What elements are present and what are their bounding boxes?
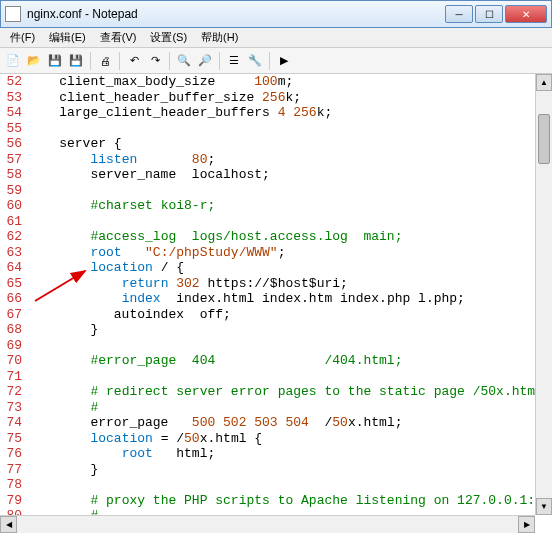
line-number: 60 (0, 198, 22, 214)
line-number: 56 (0, 136, 22, 152)
code-line[interactable]: # proxy the PHP scripts to Apache listen… (28, 493, 552, 509)
code-line[interactable]: #charset koi8-r; (28, 198, 552, 214)
code-line[interactable]: client_max_body_size 100m; (28, 74, 552, 90)
print-icon[interactable]: 🖨 (96, 52, 114, 70)
editor[interactable]: 5253545556575859606162636465666768697071… (0, 74, 552, 517)
code-line[interactable] (28, 338, 552, 354)
code-line[interactable]: # redirect server error pages to the sta… (28, 384, 552, 400)
line-number: 74 (0, 415, 22, 431)
line-number: 58 (0, 167, 22, 183)
toolbar-separator (90, 52, 91, 70)
wrap-icon[interactable]: ☰ (225, 52, 243, 70)
line-number: 66 (0, 291, 22, 307)
code-line[interactable]: root html; (28, 446, 552, 462)
redo-icon[interactable]: ↷ (146, 52, 164, 70)
undo-icon[interactable]: ↶ (125, 52, 143, 70)
titlebar: nginx.conf - Notepad ─ ☐ ✕ (0, 0, 552, 28)
scroll-down-button[interactable]: ▼ (536, 498, 552, 515)
menu-settings[interactable]: 设置(S) (144, 28, 193, 47)
code-line[interactable] (28, 477, 552, 493)
line-number: 54 (0, 105, 22, 121)
save-all-icon[interactable]: 💾 (67, 52, 85, 70)
code-line[interactable] (28, 369, 552, 385)
code-line[interactable]: server { (28, 136, 552, 152)
line-number: 73 (0, 400, 22, 416)
window-title: nginx.conf - Notepad (27, 7, 445, 21)
horizontal-scrollbar[interactable]: ◀ ▶ (0, 515, 535, 533)
zoom-in-icon[interactable]: 🔍 (175, 52, 193, 70)
menu-file[interactable]: 件(F) (4, 28, 41, 47)
menu-help[interactable]: 帮助(H) (195, 28, 244, 47)
code-line[interactable]: root "C:/phpStudy/WWW"; (28, 245, 552, 261)
line-number: 67 (0, 307, 22, 323)
code-line[interactable] (28, 214, 552, 230)
line-number: 65 (0, 276, 22, 292)
code-area[interactable]: client_max_body_size 100m; client_header… (28, 74, 552, 517)
run-icon[interactable]: ▶ (275, 52, 293, 70)
code-line[interactable]: #access_log logs/host.access.log main; (28, 229, 552, 245)
code-line[interactable] (28, 183, 552, 199)
toolbar-separator (219, 52, 220, 70)
code-line[interactable]: listen 80; (28, 152, 552, 168)
scroll-right-button[interactable]: ▶ (518, 516, 535, 533)
line-number: 78 (0, 477, 22, 493)
open-file-icon[interactable]: 📂 (25, 52, 43, 70)
code-line[interactable]: location = /50x.html { (28, 431, 552, 447)
line-number: 53 (0, 90, 22, 106)
toolbar-separator (169, 52, 170, 70)
line-number: 61 (0, 214, 22, 230)
line-gutter: 5253545556575859606162636465666768697071… (0, 74, 28, 517)
line-number: 79 (0, 493, 22, 509)
line-number: 72 (0, 384, 22, 400)
toolbar: 📄 📂 💾 💾 🖨 ↶ ↷ 🔍 🔎 ☰ 🔧 ▶ (0, 48, 552, 74)
line-number: 62 (0, 229, 22, 245)
scroll-left-button[interactable]: ◀ (0, 516, 17, 533)
tool-icon[interactable]: 🔧 (246, 52, 264, 70)
line-number: 75 (0, 431, 22, 447)
code-line[interactable]: } (28, 462, 552, 478)
menu-view[interactable]: 查看(V) (94, 28, 143, 47)
code-line[interactable] (28, 121, 552, 137)
save-icon[interactable]: 💾 (46, 52, 64, 70)
toolbar-separator (119, 52, 120, 70)
line-number: 76 (0, 446, 22, 462)
line-number: 71 (0, 369, 22, 385)
vertical-scrollbar[interactable]: ▲ ▼ (535, 74, 552, 515)
code-line[interactable]: client_header_buffer_size 256k; (28, 90, 552, 106)
scroll-thumb[interactable] (538, 114, 550, 164)
close-button[interactable]: ✕ (505, 5, 547, 23)
menu-edit[interactable]: 编辑(E) (43, 28, 92, 47)
code-line[interactable]: #error_page 404 /404.html; (28, 353, 552, 369)
maximize-button[interactable]: ☐ (475, 5, 503, 23)
code-line[interactable]: error_page 500 502 503 504 /50x.html; (28, 415, 552, 431)
line-number: 70 (0, 353, 22, 369)
window-buttons: ─ ☐ ✕ (445, 5, 547, 23)
minimize-button[interactable]: ─ (445, 5, 473, 23)
line-number: 59 (0, 183, 22, 199)
line-number: 63 (0, 245, 22, 261)
app-icon (5, 6, 21, 22)
menubar: 件(F) 编辑(E) 查看(V) 设置(S) 帮助(H) (0, 28, 552, 48)
line-number: 52 (0, 74, 22, 90)
line-number: 57 (0, 152, 22, 168)
new-file-icon[interactable]: 📄 (4, 52, 22, 70)
scroll-up-button[interactable]: ▲ (536, 74, 552, 91)
zoom-out-icon[interactable]: 🔎 (196, 52, 214, 70)
code-line[interactable]: autoindex off; (28, 307, 552, 323)
code-line[interactable]: index index.html index.htm index.php l.p… (28, 291, 552, 307)
line-number: 68 (0, 322, 22, 338)
line-number: 77 (0, 462, 22, 478)
code-line[interactable]: location / { (28, 260, 552, 276)
code-line[interactable]: return 302 https://$host$uri; (28, 276, 552, 292)
code-line[interactable]: large_client_header_buffers 4 256k; (28, 105, 552, 121)
toolbar-separator (269, 52, 270, 70)
line-number: 69 (0, 338, 22, 354)
line-number: 55 (0, 121, 22, 137)
line-number: 64 (0, 260, 22, 276)
code-line[interactable]: } (28, 322, 552, 338)
code-line[interactable]: # (28, 400, 552, 416)
code-line[interactable]: server_name localhost; (28, 167, 552, 183)
